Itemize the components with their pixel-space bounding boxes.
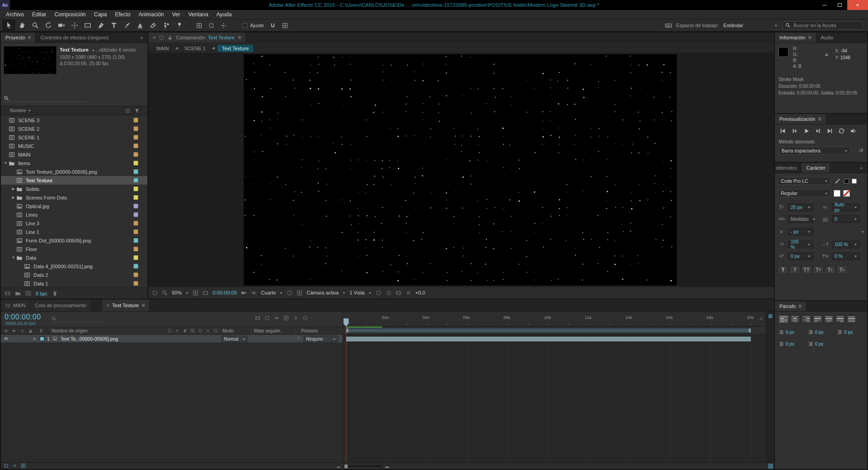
label-color-chip[interactable] [133,169,138,174]
space-before-field[interactable]: 0 px [837,329,864,335]
hide-shy-icon[interactable] [274,315,279,321]
label-color-chip[interactable] [133,195,138,200]
subscript-button[interactable]: T1 [836,266,847,274]
project-item-line-1[interactable]: Line 1 [1,228,147,236]
project-item-solids[interactable]: ▶Solids [1,185,147,193]
snap-checkbox[interactable] [242,23,247,28]
snap-label[interactable]: Ajuste [250,23,264,28]
panel-menu-icon[interactable]: ≡ [808,34,811,41]
timeline-track-area[interactable]: 02s04s06s08s10s12s14s16s18s20s [343,312,766,462]
snap-options-icon[interactable] [267,20,279,31]
disclosure-icon[interactable]: ▶ [10,195,16,199]
draft-3d-icon[interactable] [264,315,270,321]
help-search-input[interactable]: Buscar en la Ayuda [782,21,863,29]
panel-menu-icon[interactable]: ≡ [142,302,145,309]
maximize-button[interactable] [832,0,847,10]
safe-margins-icon[interactable] [193,290,198,296]
effects-switch-icon[interactable] [190,328,195,333]
layer-color-chip[interactable] [40,337,44,341]
label-color-chip[interactable] [133,186,138,191]
tab-parrafo[interactable]: Párrafo ≡ [775,301,807,311]
frame-blending-icon[interactable] [283,315,289,321]
tab-caracter[interactable]: Carácter [802,163,830,173]
rotation-tool[interactable] [42,20,54,31]
align-center-button[interactable] [790,315,800,323]
unified-camera-tool[interactable] [55,20,67,31]
preview-comp-name[interactable]: Text Texture [60,47,89,52]
justify-last-right-button[interactable] [835,315,845,323]
layer-row[interactable]: ▶ 1 Text Te...00000-00505].png Normal▼ N… [1,335,343,343]
mini-flowchart-icon[interactable] [396,290,401,296]
eyedropper-icon[interactable] [834,178,841,184]
timeline-search-field[interactable] [52,315,104,323]
magnification-icon[interactable] [162,290,168,296]
project-search-field[interactable] [4,94,85,102]
breadcrumb-scene-1[interactable]: SCENE 1 [181,45,209,52]
kerning-field[interactable]: Medidas▼ [788,215,813,223]
label-color-chip[interactable] [133,126,138,131]
tab-preestablecidos[interactable]: ablecidos [775,163,802,173]
tab-composicion[interactable]: × Composición Text Texture ≡ [148,33,246,43]
project-item-music[interactable]: MUSIC [1,142,147,150]
label-color-chip[interactable] [133,212,138,217]
shy-switch-icon[interactable] [167,328,172,333]
layer-duration-bar[interactable] [346,336,751,342]
menu-composici-n[interactable]: Composición [50,10,90,19]
superscript-button[interactable]: T1 [825,266,835,274]
frame-blend-switch-icon[interactable] [198,328,203,333]
faux-bold-button[interactable]: T [778,266,788,274]
expand-layers-icon[interactable] [4,463,9,468]
baseline-shift-field[interactable]: 0 px▼ [788,252,813,260]
menu-editar[interactable]: Editar [28,10,50,19]
brush-tool[interactable] [121,20,133,31]
layer-parent-select[interactable]: Ninguno▼ [304,336,338,342]
tab-overflow-icon[interactable]: » [855,163,867,173]
tab-informacion[interactable]: Información ≡ [775,33,816,43]
project-item-items[interactable]: ▼Items [1,159,147,167]
stroke-color-swatch[interactable] [843,190,850,197]
zoom-in-mountain-icon[interactable] [384,463,390,469]
label-color-chip[interactable] [133,238,138,243]
layer-name[interactable]: Text Te...00000-00505].png [61,336,118,342]
roto-brush-tool[interactable] [160,20,172,31]
work-area-end-handle[interactable] [749,328,751,332]
interpret-footage-icon[interactable] [5,290,10,296]
transparency-grid-icon[interactable] [297,290,302,296]
label-color-chip[interactable] [133,135,138,140]
horizontal-scale-field[interactable]: 100 %▼ [832,241,860,248]
reset-icon[interactable]: ↻ [859,147,863,154]
first-line-indent-field[interactable]: 0 px [778,341,806,347]
audio-button[interactable] [848,127,859,135]
small-caps-button[interactable]: TT [813,266,824,274]
tab-proyecto[interactable]: Proyecto ≡ [1,33,36,43]
keyboard-icon[interactable] [665,22,672,29]
black-chip[interactable] [844,179,849,184]
comp-marker-button[interactable] [759,316,764,321]
current-timecode[interactable]: 0:00:00:00 [5,313,41,321]
type-column-icon[interactable] [135,109,139,113]
axis-world-icon[interactable] [205,20,217,31]
motion-blur-switch-icon[interactable] [206,328,210,333]
space-after-field[interactable]: 0 px [808,341,835,347]
font-style-select[interactable]: Regular▼ [778,189,831,197]
close-tab-icon[interactable]: × [153,35,156,40]
layer-eye-icon[interactable] [4,336,9,341]
hand-tool[interactable] [16,20,28,31]
close-button[interactable]: × [847,0,868,10]
menu-efecto[interactable]: Efecto [111,10,134,19]
project-item-scene-3[interactable]: SCENE 3 [1,116,147,124]
scroll-corner[interactable] [768,464,773,469]
eye-column-icon[interactable] [4,328,9,333]
tab-text-texture-timeline[interactable]: × Text Texture ≡ [102,299,150,311]
camera-select[interactable]: Cámara activa▼ [307,290,345,295]
project-list-header[interactable]: Nombre ▼ [1,106,147,115]
play-button[interactable] [801,127,811,135]
audio-column-icon[interactable] [12,328,17,333]
pan-behind-tool[interactable] [68,20,80,31]
puppet-pin-tool[interactable] [173,20,185,31]
tab-render-queue[interactable]: Cola de procesamiento [31,299,91,311]
always-preview-icon[interactable] [152,290,158,296]
disclosure-icon[interactable]: ▼ [10,256,16,260]
last-frame-button[interactable] [825,127,835,135]
label-color-chip[interactable] [133,281,138,286]
